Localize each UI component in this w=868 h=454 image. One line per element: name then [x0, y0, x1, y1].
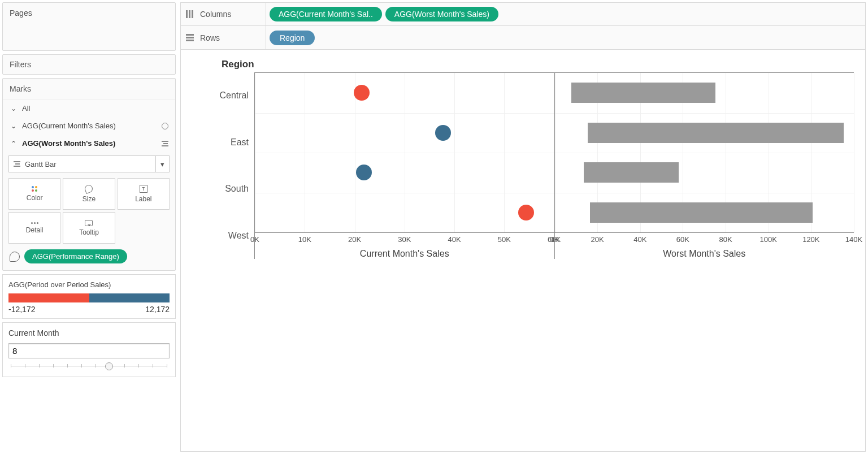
- pages-label: Pages: [3, 3, 175, 23]
- chart-current-month-sales[interactable]: 0K10K20K30K40K50K60K Current Month's Sal…: [254, 72, 554, 259]
- svg-rect-2: [192, 10, 193, 18]
- filters-shelf[interactable]: Filters: [2, 54, 176, 75]
- rows-shelf[interactable]: Rows Region: [180, 26, 866, 50]
- data-point[interactable]: [354, 85, 370, 101]
- data-point[interactable]: [435, 125, 451, 141]
- color-legend-title: AGG(Period over Period Sales): [8, 280, 170, 289]
- slider-thumb[interactable]: [105, 362, 113, 370]
- row-label: East: [192, 119, 254, 166]
- detail-icon: [31, 222, 38, 224]
- row-header-title: Region: [222, 59, 854, 70]
- mark-card-label-label: Label: [135, 195, 151, 203]
- marks-card: Marks ⌄ All ⌄ AGG(Current Month's Sales)…: [2, 78, 176, 271]
- x-tick: 30K: [398, 235, 411, 244]
- visualization-canvas[interactable]: Region CentralEastSouthWest 0K10K20K30K4…: [180, 50, 866, 452]
- parameter-slider[interactable]: [8, 364, 170, 369]
- parameter-input[interactable]: [8, 343, 170, 358]
- rows-icon: [185, 33, 194, 42]
- chevron-up-icon: ⌃: [10, 140, 18, 148]
- marks-row-worst-label: AGG(Worst Month's Sales): [22, 139, 115, 148]
- marks-row-all[interactable]: ⌄ All: [3, 100, 175, 117]
- filters-label: Filters: [3, 54, 38, 75]
- columns-shelf[interactable]: Columns AGG(Current Month's Sal.. AGG(Wo…: [180, 2, 866, 26]
- columns-pill-1[interactable]: AGG(Worst Month's Sales): [385, 7, 498, 21]
- mark-card-size-label: Size: [83, 195, 96, 203]
- marks-label: Marks: [3, 79, 175, 100]
- svg-rect-3: [186, 34, 194, 36]
- rows-label: Rows: [200, 33, 220, 42]
- x-tick: 20K: [591, 235, 604, 244]
- row-label: West: [192, 213, 254, 260]
- x-tick: 140K: [845, 235, 862, 244]
- gantt-icon: [14, 161, 20, 167]
- gantt-bar[interactable]: [588, 123, 844, 143]
- parameter-title: Current Month: [8, 328, 170, 338]
- row-label: South: [192, 166, 254, 213]
- mark-card-label[interactable]: T Label: [118, 178, 170, 210]
- x-axis-label-2: Worst Month's Sales: [555, 249, 854, 259]
- columns-icon: [185, 10, 194, 19]
- row-label: Central: [192, 72, 254, 119]
- svg-rect-0: [186, 10, 188, 18]
- color-legend-max: 12,172: [145, 305, 170, 314]
- x-tick: 40K: [448, 235, 461, 244]
- mark-card-size[interactable]: Size: [63, 178, 115, 210]
- size-icon: [10, 252, 20, 262]
- mark-card-color-label: Color: [27, 194, 43, 202]
- color-legend[interactable]: AGG(Period over Period Sales) -12,172 12…: [2, 274, 176, 319]
- mark-type-selected: Gantt Bar: [25, 160, 57, 168]
- mark-card-tooltip[interactable]: Tooltip: [63, 212, 115, 244]
- marks-row-current-sales[interactable]: ⌄ AGG(Current Month's Sales): [3, 117, 175, 135]
- x-tick: 100K: [760, 235, 777, 244]
- data-point[interactable]: [356, 165, 372, 180]
- marks-row-current-label: AGG(Current Month's Sales): [22, 122, 116, 130]
- mark-card-tooltip-label: Tooltip: [79, 228, 99, 236]
- x-tick: 120K: [802, 235, 819, 244]
- rows-pill-0[interactable]: Region: [270, 31, 315, 45]
- chart-worst-month-sales[interactable]: 0K20K40K60K80K100K120K140K Worst Month's…: [554, 72, 854, 259]
- x-tick: 10K: [298, 235, 311, 244]
- data-point[interactable]: [518, 205, 534, 220]
- marks-row-worst-sales[interactable]: ⌃ AGG(Worst Month's Sales): [3, 135, 175, 152]
- color-legend-min: -12,172: [8, 305, 35, 314]
- svg-rect-4: [186, 37, 194, 38]
- x-tick: 60K: [676, 235, 689, 244]
- gantt-icon: [162, 141, 168, 146]
- chevron-down-icon: ▾: [155, 156, 169, 172]
- size-field-pill[interactable]: AGG(Performance Range): [24, 249, 127, 263]
- color-ramp: [8, 293, 170, 302]
- gantt-bar[interactable]: [571, 83, 716, 103]
- tooltip-icon: [85, 220, 93, 226]
- x-axis-label-1: Current Month's Sales: [255, 249, 554, 259]
- gantt-bar[interactable]: [584, 162, 679, 183]
- parameter-control: Current Month: [2, 322, 176, 377]
- x-tick: 80K: [719, 235, 732, 244]
- label-icon: T: [140, 185, 147, 193]
- x-tick: 0K: [250, 235, 259, 244]
- columns-pill-0[interactable]: AGG(Current Month's Sal..: [270, 7, 382, 21]
- color-icon: [32, 186, 37, 192]
- chevron-down-icon: ⌄: [10, 105, 18, 113]
- size-icon: [84, 184, 94, 194]
- gantt-bar[interactable]: [590, 202, 813, 223]
- marks-row-all-label: All: [22, 104, 30, 113]
- circle-icon: [162, 123, 168, 129]
- x-tick: 20K: [348, 235, 361, 244]
- pages-shelf[interactable]: Pages: [2, 2, 176, 51]
- mark-type-dropdown[interactable]: Gantt Bar ▾: [8, 155, 170, 172]
- x-tick: 40K: [633, 235, 646, 244]
- mark-card-color[interactable]: Color: [8, 178, 60, 210]
- mark-card-detail-label: Detail: [26, 226, 44, 234]
- svg-rect-5: [186, 40, 194, 41]
- mark-card-detail[interactable]: Detail: [8, 212, 60, 244]
- svg-rect-1: [189, 10, 190, 18]
- chevron-down-icon: ⌄: [10, 122, 18, 130]
- x-tick: 0K: [550, 235, 559, 244]
- x-tick: 50K: [498, 235, 511, 244]
- columns-label: Columns: [200, 10, 231, 19]
